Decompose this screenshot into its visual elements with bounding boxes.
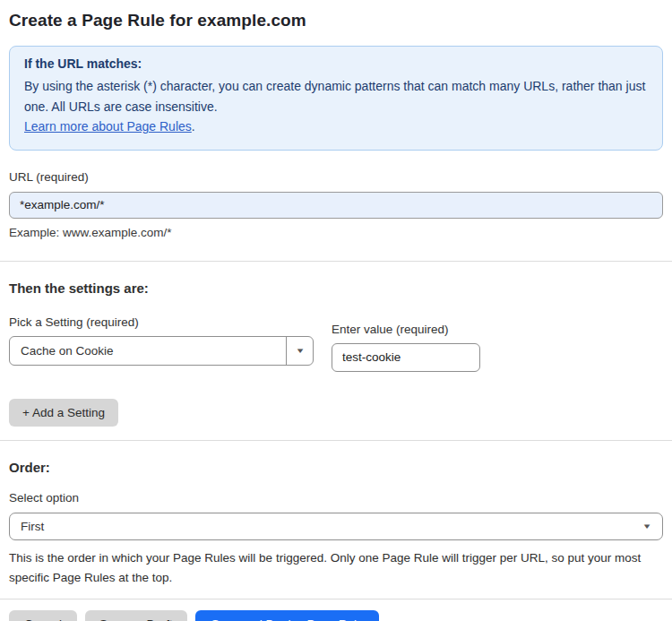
settings-section-heading: Then the settings are:	[9, 280, 663, 296]
cancel-button[interactable]: Cancel	[9, 610, 77, 621]
setting-select-label: Pick a Setting (required)	[9, 315, 314, 329]
page-rule-form: Create a Page Rule for example.com If th…	[0, 0, 672, 621]
learn-more-link[interactable]: Learn more about Page Rules	[24, 119, 192, 134]
chevron-down-icon: ▼	[295, 347, 305, 355]
page-title: Create a Page Rule for example.com	[9, 11, 663, 30]
save-as-draft-button[interactable]: Save as Draft	[85, 610, 187, 621]
chevron-down-icon: ▼	[642, 522, 651, 530]
footer-divider	[0, 599, 672, 599]
footer-actions: Cancel Save as Draft Save and Deploy Pag…	[9, 610, 663, 621]
save-and-deploy-button[interactable]: Save and Deploy Page Rule	[195, 610, 380, 621]
section-divider	[0, 261, 672, 262]
info-box-heading: If the URL matches:	[24, 56, 648, 71]
section-divider	[0, 440, 672, 441]
setting-value-column: Enter value (required)	[332, 323, 480, 372]
order-select[interactable]: First ▼	[9, 513, 663, 540]
url-match-info-box: If the URL matches: By using the asteris…	[9, 46, 663, 151]
order-section-heading: Order:	[9, 460, 663, 475]
setting-value-input[interactable]	[332, 343, 480, 372]
order-select-value: First	[10, 513, 643, 539]
settings-row: Pick a Setting (required) Cache on Cooki…	[9, 315, 663, 372]
setting-select-arrow-segment[interactable]: ▼	[286, 337, 313, 365]
setting-value-label: Enter value (required)	[332, 323, 480, 336]
order-help-text: This is the order in which your Page Rul…	[9, 548, 656, 589]
order-select-label: Select option	[9, 491, 663, 505]
url-example-text: Example: www.example.com/*	[9, 226, 663, 239]
link-suffix: .	[192, 119, 195, 134]
setting-select-column: Pick a Setting (required) Cache on Cooki…	[9, 315, 314, 366]
setting-select[interactable]: Cache on Cookie ▼	[9, 336, 314, 366]
add-setting-button[interactable]: + Add a Setting	[9, 399, 118, 427]
info-box-body: By using the asterisk (*) character, you…	[24, 76, 648, 116]
url-input[interactable]	[9, 192, 663, 219]
info-link-line: Learn more about Page Rules.	[24, 116, 648, 136]
setting-select-value: Cache on Cookie	[10, 337, 286, 365]
order-select-arrow: ▼	[643, 513, 662, 539]
url-field-label: URL (required)	[9, 170, 663, 184]
